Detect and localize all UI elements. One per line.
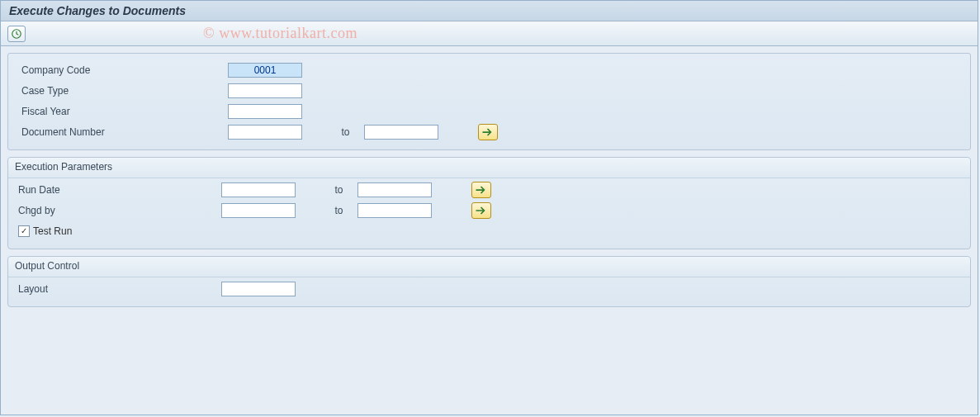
run-date-from-input[interactable] <box>221 182 296 197</box>
label-fiscal-year: Fiscal Year <box>21 106 228 117</box>
multiselect-arrow-icon <box>476 206 487 216</box>
fiscal-year-input[interactable] <box>228 104 302 119</box>
app-window: Execute Changes to Documents © www.tutor… <box>0 0 978 415</box>
row-layout: Layout <box>8 280 970 298</box>
row-document-number: Document Number to <box>15 123 963 141</box>
to-label: to <box>327 126 364 138</box>
multiselect-arrow-icon <box>476 185 487 195</box>
watermark-text: © www.tutorialkart.com <box>203 25 357 42</box>
selection-block: Company Code Case Type Fiscal Year Docum… <box>7 53 971 150</box>
row-fiscal-year: Fiscal Year <box>15 102 963 121</box>
execute-button[interactable] <box>7 26 26 42</box>
form-body: Company Code Case Type Fiscal Year Docum… <box>1 46 978 320</box>
row-company-code: Company Code <box>15 61 963 79</box>
label-run-date: Run Date <box>15 184 221 196</box>
document-number-to-input[interactable] <box>364 125 438 140</box>
to-label: to <box>320 205 357 216</box>
toolbar: © www.tutorialkart.com <box>1 21 978 46</box>
layout-input[interactable] <box>221 282 296 296</box>
group-title-output: Output Control <box>8 257 970 277</box>
title-bar: Execute Changes to Documents <box>1 1 978 21</box>
row-chgd-by: Chgd by to <box>8 201 970 220</box>
group-title-exec: Execution Parameters <box>8 158 970 178</box>
row-case-type: Case Type <box>15 82 963 100</box>
document-number-from-input[interactable] <box>228 125 302 140</box>
test-run-checkbox[interactable]: ✓ <box>18 225 30 237</box>
chgd-by-from-input[interactable] <box>221 203 296 218</box>
label-company-code: Company Code <box>21 64 228 76</box>
label-layout: Layout <box>15 283 221 295</box>
group-output-control: Output Control Layout <box>7 256 971 307</box>
label-document-number: Document Number <box>21 126 228 138</box>
label-case-type: Case Type <box>21 85 228 97</box>
to-label: to <box>320 184 357 196</box>
case-type-input[interactable] <box>228 83 302 98</box>
execute-clock-icon <box>11 28 22 40</box>
label-test-run: Test Run <box>33 225 72 237</box>
group-execution-parameters: Execution Parameters Run Date to Chgd by… <box>7 157 971 249</box>
row-test-run: ✓ Test Run <box>8 222 970 240</box>
document-number-multisel-button[interactable] <box>478 124 498 140</box>
company-code-input[interactable] <box>228 63 302 78</box>
chgd-by-to-input[interactable] <box>357 203 432 218</box>
run-date-to-input[interactable] <box>357 182 432 197</box>
label-chgd-by: Chgd by <box>15 205 221 216</box>
multiselect-arrow-icon <box>482 127 494 137</box>
chgd-by-multisel-button[interactable] <box>471 202 491 219</box>
row-run-date: Run Date to <box>8 181 970 199</box>
page-title: Execute Changes to Documents <box>9 4 186 17</box>
run-date-multisel-button[interactable] <box>471 182 491 198</box>
